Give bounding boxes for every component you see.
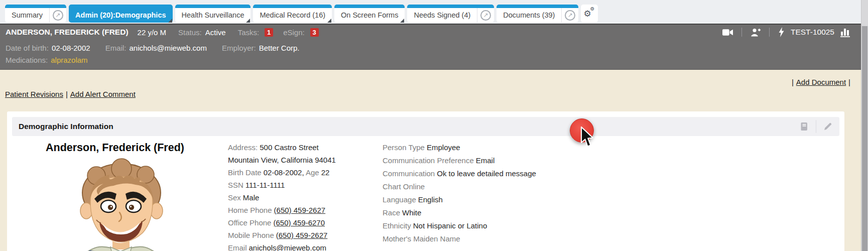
lightning-bolt-icon[interactable] [778,27,785,37]
field-label: Address: [228,143,258,152]
tab-popout-documents[interactable]: ↗ [561,8,578,23]
add-person-icon[interactable] [751,28,761,37]
patient-display-name: Anderson, Frederick (Fred) [27,142,203,154]
edit-pencil-icon[interactable] [823,121,833,132]
field-label: Office Phone [228,218,271,227]
scrollbar-thumb[interactable] [862,26,867,251]
patient-links-row: Patient Revisions|Add Alert Comment [5,90,136,98]
field-label: Language [383,195,416,204]
detail-row-race: RaceWhite [383,208,536,218]
tab-label: Health Surveillance [175,8,251,23]
detail-row-email: Emailanichols@mieweb.com [228,243,336,251]
tab-label: Medical Record (16) [253,8,332,23]
tab-label: Summary [5,8,49,23]
banner-detail-line1: Date of birth:02-08-2002 Email:anichols@… [6,42,862,54]
tab-on-screen-forms[interactable]: On Screen Forms [334,5,405,23]
tab-health-surveillance[interactable]: Health Surveillance [175,5,251,23]
contact-column: Address:500 Castro Street Mountain View,… [228,143,336,251]
patient-photo [66,156,174,251]
bar-chart-icon[interactable] [840,27,851,37]
tab-medical-record[interactable]: Medical Record (16) [253,5,332,23]
patient-banner-details: Date of birth:02-08-2002 Email:anichols@… [0,40,868,70]
field-label: Mother's Maiden Name [383,234,460,243]
tab-admin-demographics[interactable]: Admin (20):Demographics [69,5,172,23]
field-value: 02-08-2002, [264,168,304,177]
popout-arrow-icon: ↗ [480,10,491,21]
tab-documents[interactable]: Documents (39) ↗ [497,5,578,23]
field-label: Email [228,243,247,251]
field-label: Sex [228,193,241,202]
patient-revisions-link[interactable]: Patient Revisions [5,90,63,98]
detail-row-chart-online: Chart Online [383,182,536,192]
patient-name: ANDERSON, FREDERICK (FRED) [6,28,129,37]
panel-header-icons [799,120,833,133]
tab-label: Admin (20):Demographics [69,8,172,23]
home-phone-link[interactable]: (650) 459-2627 [274,206,326,214]
popout-arrow-icon: ↗ [565,10,575,21]
panel-title: Demographic Information [19,122,113,131]
tab-settings-button[interactable]: ⚙ ⚙ [581,5,598,23]
patient-banner: ANDERSON, FREDERICK (FRED) 22 y/o M Stat… [0,24,868,40]
field-value: anichols@mieweb.com [249,243,326,251]
field-value: English [418,195,443,204]
tab-needs-signed[interactable]: Needs Signed (4) ↗ [407,5,494,23]
journal-icon[interactable] [799,121,809,132]
status-value: Active [205,28,226,37]
tab-summary[interactable]: Summary ↗ [5,5,66,23]
tasks-label: Tasks: [238,28,260,37]
detail-row-mothers-maiden-name: Mother's Maiden Name [383,234,536,244]
panel-icon-divider [816,120,816,133]
detail-row-address2: Mountain View, California 94041 [228,155,336,165]
field-label: Age [306,168,319,177]
tasks-count-badge[interactable]: 1 [265,28,273,37]
field-value: Mountain View, California 94041 [228,156,336,164]
field-label: Communication [383,169,435,178]
employer-label: Employer: [222,44,256,52]
tab-popout-needs-signed[interactable]: ↗ [477,8,494,23]
detail-row-ethnicity: EthnicityNot Hispanic or Latino [383,221,536,231]
office-phone-link[interactable]: (650) 459-6270 [273,218,325,227]
chart-id: TEST-10025 [791,28,834,37]
email-value: anichols@mieweb.com [129,44,206,52]
detail-row-address: Address:500 Castro Street [228,143,336,153]
separator: | [789,78,796,86]
field-value: Ok to leave detailed message [437,169,536,178]
add-document-row: |Add Document| [789,78,853,86]
toolbar-divider [741,28,742,37]
medications-label: Medications: [6,56,48,64]
popout-arrow-icon: ↗ [53,10,63,21]
detail-row-birthdate: Birth Date02-08-2002, Age22 [228,168,336,178]
mouse-cursor-icon [578,127,595,151]
add-alert-comment-link[interactable]: Add Alert Comment [70,90,136,98]
detail-row-mobile-phone: Mobile Phone(650) 459-2627 [228,230,336,240]
field-label: Race [383,208,400,217]
banner-toolbar: TEST-10025 [722,27,851,37]
detail-row-communication: CommunicationOk to leave detailed messag… [383,169,536,179]
field-label: Ethnicity [383,221,411,230]
field-value: Not Hispanic or Latino [413,221,487,230]
medications-value[interactable]: alprazolam [51,56,87,64]
vertical-scrollbar[interactable] [861,0,868,251]
tab-popout-summary[interactable]: ↗ [49,8,66,23]
tab-bar: Summary ↗ Admin (20):Demographics Health… [0,0,868,25]
separator: | [63,90,70,98]
detail-row-person-type: Person TypeEmployee [383,143,536,153]
banner-detail-line2: Medications:alprazolam [6,54,862,66]
add-document-link[interactable]: Add Document [796,78,846,86]
field-value: Male [243,193,260,202]
mobile-phone-link[interactable]: (650) 459-2627 [276,231,328,239]
video-camera-icon[interactable] [722,28,733,37]
panel-header: Demographic Information [12,117,839,136]
field-label: Communication Preference [383,156,474,165]
detail-row-home-phone: Home Phone(650) 459-2627 [228,205,336,215]
field-value: Employee [427,143,460,152]
field-value: White [402,208,421,217]
field-value: Email [476,156,495,165]
dob-label: Date of birth: [6,44,49,52]
employer-value: Better Corp. [259,44,300,52]
esign-label: eSign: [283,28,305,37]
field-value: 22 [321,168,330,177]
esign-count-badge[interactable]: 3 [310,28,319,37]
separator: | [846,78,853,86]
patient-age-sex: 22 y/o M [138,28,167,37]
